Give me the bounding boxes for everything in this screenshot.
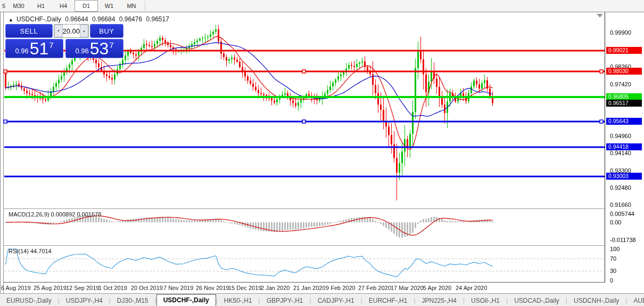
chart-tab-usoil-h1[interactable]: USOil-,H1	[465, 295, 506, 306]
line-price-label: 0.95643	[606, 118, 642, 125]
sell-price-big: 51	[30, 41, 49, 57]
rsi-scale-label: 0	[610, 277, 613, 284]
buy-price-prefix: 0.96	[75, 47, 88, 55]
sell-price-button[interactable]: 0.96517	[5, 39, 63, 58]
line-price-label: 0.99021	[606, 47, 642, 54]
chart-tab-eurusd-daily[interactable]: EURUSD-,Daily	[0, 295, 58, 306]
date-label: 1 Oct 2019	[98, 285, 127, 291]
date-label: 9 Feb 2020	[326, 285, 356, 291]
date-label: 5 Apr 2020	[423, 285, 451, 291]
buy-button[interactable]: BUY	[90, 24, 123, 38]
price-tick-label: 0.94140	[610, 150, 631, 156]
line-price-label: 0.98030	[606, 68, 642, 75]
price-tick-label: 0.91660	[610, 202, 631, 208]
mt4-workspace: 5M30H1H4D1W1MN ▲USDCHF-,Daily 0.96644 0.…	[0, 0, 644, 306]
close-value: 0.96517	[146, 15, 169, 23]
rsi-pane-divider[interactable]	[4, 245, 644, 246]
macd-scale-label: -0.011738	[610, 237, 636, 243]
buy-price-sup: 7	[109, 41, 113, 50]
chart-tab-usdjpy-h4[interactable]: USDJPY-,H4	[60, 295, 109, 306]
rsi-scale-label: 30	[610, 268, 616, 274]
date-label: 21 Jan 2020	[293, 285, 326, 291]
low-value: 0.96476	[119, 15, 142, 23]
symbol-label: USDCHF-,Daily	[16, 15, 61, 23]
date-label: 6 Aug 2019	[1, 285, 31, 291]
rsi-title: RSI(14)	[9, 248, 29, 254]
price-tick-label: 0.99900	[610, 29, 631, 36]
volume-down-button[interactable]: ▼	[54, 25, 63, 37]
line-price-label: 0.94418	[606, 143, 642, 150]
open-value: 0.96644	[65, 15, 88, 23]
date-label: 7 Nov 2019	[163, 285, 193, 291]
price-tick-label: 0.94960	[610, 133, 631, 139]
macd-scale-label: 0.00	[610, 219, 621, 226]
chart-tab-usdcnh-daily[interactable]: USDCNH-,Daily	[567, 295, 625, 306]
sell-price-prefix: 0.96	[15, 47, 28, 55]
rsi-scale-label: 100	[610, 246, 620, 252]
buy-price-big: 53	[90, 41, 109, 57]
macd-values: 0.000892 0.001678	[51, 211, 101, 218]
one-click-trading-panel: SELL ▼ 20.00 ▲ BUY 0.96517 0.96537	[5, 24, 123, 59]
date-label: 12 Sep 2019	[66, 285, 99, 291]
chart-tab-cadjpy-h1[interactable]: CADJPY-,H1	[311, 295, 361, 306]
date-label: 15 Dec 2019	[228, 285, 261, 291]
line-price-label: 0.93003	[606, 173, 642, 180]
rsi-scale-label: 70	[610, 255, 616, 262]
chart-tab-gbpjpy-h1[interactable]: GBPJPY-,H1	[260, 295, 310, 306]
date-label: 2 Jan 2020	[261, 285, 290, 291]
sell-button[interactable]: SELL	[5, 24, 53, 38]
macd-pane-divider[interactable]	[4, 208, 644, 209]
price-tick-label: 0.92480	[610, 184, 631, 191]
date-label: 24 Apr 2020	[456, 285, 487, 291]
macd-scale-label: 0.005744	[610, 211, 634, 217]
date-label: 26 Nov 2019	[196, 285, 229, 291]
chart-tab-eurchf-h1[interactable]: EURCHF-,H1	[362, 295, 414, 306]
price-tick-label: 0.97420	[610, 81, 631, 87]
high-value: 0.96684	[92, 15, 115, 23]
price-scale[interactable]: 0.999000.982600.974200.949600.941400.933…	[605, 12, 644, 283]
volume-field[interactable]: 20.00	[63, 25, 80, 37]
rsi-label: RSI(14) 44.7014	[9, 248, 52, 254]
date-label: 25 Aug 2019	[34, 285, 67, 291]
macd-title: MACD(12,26,9)	[9, 211, 49, 218]
chart-tab-usdchf-daily[interactable]: USDCHF-,Daily	[156, 294, 216, 306]
chart-tab-jpn225-h4[interactable]: JPN225-,H4	[416, 295, 463, 306]
chart-tab-usdcad-daily[interactable]: USDCAD-,Daily	[508, 295, 566, 306]
volume-stepper: ▼ 20.00 ▲	[54, 24, 89, 38]
current-price-label: 0.96517	[606, 100, 642, 107]
macd-label: MACD(12,26,9) 0.000892 0.001678	[9, 211, 101, 218]
buy-price-button[interactable]: 0.96537	[65, 39, 123, 58]
date-label: 20 Oct 2019	[131, 285, 163, 291]
chart-tab-audu[interactable]: AUDU	[627, 295, 644, 306]
chart-tab-dj30-m15[interactable]: DJ30-,M15	[111, 295, 155, 306]
chart-tab-bar: EURUSD-,Daily|USDJPY-,H4|DJ30-,M15|USDCH…	[0, 293, 644, 306]
date-label: 17 Mar 2020	[391, 285, 424, 291]
volume-up-button[interactable]: ▲	[80, 25, 88, 37]
chart-title: ▲USDCHF-,Daily 0.96644 0.96684 0.96476 0…	[9, 15, 171, 23]
date-axis[interactable]: 6 Aug 201925 Aug 201912 Sep 20191 Oct 20…	[4, 283, 605, 293]
chart-tab-hk50-h1[interactable]: HK50-,H1	[218, 295, 259, 306]
rsi-value: 44.7014	[30, 248, 52, 254]
collapse-triangle-icon[interactable]: ▲	[9, 17, 13, 22]
sell-price-sup: 7	[49, 41, 53, 50]
date-label: 27 Feb 2020	[358, 285, 391, 291]
